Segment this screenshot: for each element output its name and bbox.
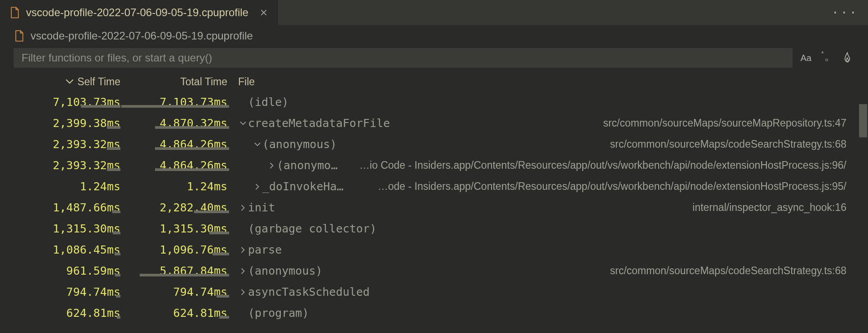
total-time-bar xyxy=(194,210,229,213)
function-cell: (anonymo… xyxy=(231,159,337,172)
table-row[interactable]: 1,315.30ms1,315.30ms(garbage collector) xyxy=(0,218,868,239)
self-time-cell: 2,393.32ms xyxy=(0,138,122,151)
breadcrumb-label: vscode-profile-2022-07-06-09-05-19.cpupr… xyxy=(31,30,253,42)
function-cell: asyncTaskScheduled xyxy=(231,285,370,298)
total-time-bar xyxy=(217,295,229,298)
total-time-cell: 4,864.26ms xyxy=(122,138,231,151)
total-time-bar xyxy=(155,126,229,129)
filter-input[interactable] xyxy=(13,48,793,68)
total-time-cell: 5,867.84ms xyxy=(122,264,231,277)
column-self-time[interactable]: Self Time xyxy=(0,76,122,88)
function-cell: (anonymous) xyxy=(231,138,337,151)
self-time-bar xyxy=(113,232,120,234)
self-time-bar xyxy=(107,168,120,171)
total-time-bar xyxy=(140,274,229,276)
total-time-bar xyxy=(213,253,229,255)
function-cell: (idle) xyxy=(231,96,288,109)
total-time-cell: 794.74ms xyxy=(122,285,231,298)
self-time-cell: 2,399.38ms xyxy=(0,117,122,130)
function-name: (garbage collector) xyxy=(248,222,376,235)
function-cell: _doInvokeHa… xyxy=(231,180,344,193)
tab-bar: vscode-profile-2022-07-06-09-05-19.cpupr… xyxy=(0,0,868,25)
chevron-right-icon[interactable] xyxy=(267,162,277,169)
total-time-bar xyxy=(121,105,229,108)
close-icon[interactable] xyxy=(257,6,270,19)
table-row[interactable]: 1,086.45ms1,096.76msparse xyxy=(0,239,868,260)
table-row[interactable]: 961.59ms5,867.84ms(anonymous)src/common/… xyxy=(0,260,868,281)
self-time-cell: 7,103.73ms xyxy=(0,96,122,109)
table-row[interactable]: 2,393.32ms4,864.26ms(anonymous)src/commo… xyxy=(0,134,868,155)
table-row[interactable]: 624.81ms624.81ms(program) xyxy=(0,302,868,324)
total-time-bar xyxy=(155,168,229,171)
function-cell: (anonymous) xyxy=(231,264,323,277)
function-cell: (garbage collector) xyxy=(231,222,376,235)
self-time-bar xyxy=(107,147,120,150)
chevron-right-icon[interactable] xyxy=(252,184,262,190)
total-time-cell: 1,315.30ms xyxy=(122,222,231,235)
self-time-cell: 961.59ms xyxy=(0,264,122,277)
self-time-cell: 1,487.66ms xyxy=(0,201,122,214)
regex-button[interactable]: ▫* xyxy=(819,51,834,65)
table-row[interactable]: 2,393.32ms4,864.26ms(anonymo……io Code - … xyxy=(0,155,868,176)
function-name: parse xyxy=(248,243,282,256)
function-cell: parse xyxy=(231,243,282,256)
file-cell: internal/inspector_async_hook:16 xyxy=(275,202,868,214)
flame-icon[interactable] xyxy=(840,51,855,65)
total-time-cell: 4,870.32ms xyxy=(122,117,231,130)
chevron-down-icon[interactable] xyxy=(238,121,248,126)
scrollbar-thumb[interactable] xyxy=(859,104,867,137)
filter-row: Aa ▫* xyxy=(0,47,868,69)
editor-tab[interactable]: vscode-profile-2022-07-06-09-05-19.cpupr… xyxy=(0,0,278,25)
table-row[interactable]: 7,103.73ms7,103.73ms(idle) xyxy=(0,92,868,113)
column-total-time[interactable]: Total Time xyxy=(122,76,231,88)
total-time-cell: 2,282.40ms xyxy=(122,201,231,214)
self-time-cell: 624.81ms xyxy=(0,307,122,320)
table-row[interactable]: 1,487.66ms2,282.40msinitinternal/inspect… xyxy=(0,197,868,218)
function-cell: createMetadataForFile xyxy=(231,117,390,130)
self-time-cell: 794.74ms xyxy=(0,285,122,298)
chevron-down-icon xyxy=(66,77,74,87)
file-cell: …io Code - Insiders.app/Contents/Resourc… xyxy=(337,159,868,171)
file-icon xyxy=(10,7,20,18)
table-row[interactable]: 794.74ms794.74msasyncTaskScheduled xyxy=(0,281,868,302)
total-time-cell: 4,864.26ms xyxy=(122,159,231,172)
file-cell: src/common/sourceMaps/codeSearchStrategy… xyxy=(337,138,868,150)
chevron-right-icon[interactable] xyxy=(238,247,248,253)
function-name: _doInvokeHa… xyxy=(262,180,344,193)
self-time-bar xyxy=(107,126,120,129)
total-time-cell: 1.24ms xyxy=(122,180,231,193)
table-row[interactable]: 1.24ms1.24ms_doInvokeHa……ode - Insiders.… xyxy=(0,176,868,197)
self-time-bar xyxy=(115,274,120,276)
function-name: (idle) xyxy=(248,96,288,109)
function-cell: (program) xyxy=(231,307,309,320)
total-time-bar xyxy=(219,316,229,319)
function-name: (anonymo… xyxy=(277,159,337,172)
tab-label: vscode-profile-2022-07-06-09-05-19.cpupr… xyxy=(26,6,248,19)
self-time-cell: 1,086.45ms xyxy=(0,243,122,256)
function-name: (anonymous) xyxy=(248,264,323,277)
self-time-cell: 1,315.30ms xyxy=(0,222,122,235)
table-row[interactable]: 2,399.38ms4,870.32mscreateMetadataForFil… xyxy=(0,113,868,134)
function-name: createMetadataForFile xyxy=(248,117,390,130)
column-label: Self Time xyxy=(77,76,120,88)
column-file[interactable]: File xyxy=(231,76,255,88)
self-time-bar xyxy=(115,253,120,255)
editor-actions: ··· xyxy=(832,0,868,25)
breadcrumb[interactable]: vscode-profile-2022-07-06-09-05-19.cpupr… xyxy=(0,25,868,47)
match-case-button[interactable]: Aa xyxy=(799,51,813,65)
chevron-down-icon[interactable] xyxy=(252,142,262,147)
file-icon xyxy=(14,30,24,42)
table-header: Self Time Total Time File xyxy=(0,72,868,92)
chevron-right-icon[interactable] xyxy=(238,289,248,295)
column-label: Total Time xyxy=(180,76,227,88)
self-time-bar xyxy=(117,316,120,319)
self-time-bar xyxy=(116,295,120,298)
file-cell: src/common/sourceMaps/codeSearchStrategy… xyxy=(323,265,868,277)
chevron-right-icon[interactable] xyxy=(238,268,248,274)
chevron-right-icon[interactable] xyxy=(238,205,248,211)
self-time-cell: 2,393.32ms xyxy=(0,159,122,172)
more-actions-icon[interactable]: ··· xyxy=(832,6,858,20)
file-cell: src/common/sourceMaps/sourceMapRepositor… xyxy=(390,117,868,129)
tab-spacer xyxy=(278,0,832,25)
column-label: File xyxy=(238,76,255,88)
